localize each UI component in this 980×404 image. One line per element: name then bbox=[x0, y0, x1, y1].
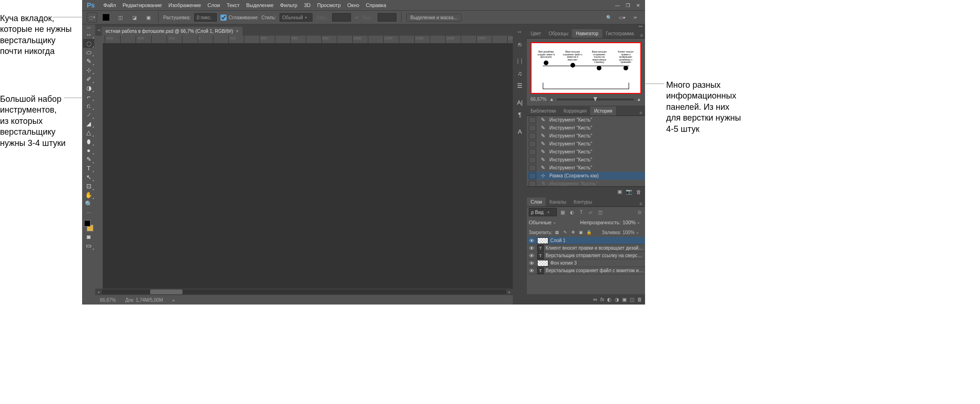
selection-subtract-icon[interactable]: ◪ bbox=[129, 12, 139, 23]
lock-all-icon[interactable]: 🔒 bbox=[586, 230, 593, 235]
selection-intersect-icon[interactable]: ▣ bbox=[143, 12, 153, 23]
workspace-switcher-icon[interactable]: ▭▾ bbox=[617, 12, 627, 23]
search-icon[interactable]: 🔍 bbox=[604, 12, 614, 23]
panel-menu-icon[interactable]: ≡ bbox=[637, 201, 645, 206]
menu-help[interactable]: Справка bbox=[366, 2, 386, 8]
tool-history-brush[interactable]: ⟋ bbox=[83, 110, 94, 119]
tab-paths[interactable]: Контуры bbox=[570, 198, 596, 206]
ruler-vertical[interactable] bbox=[95, 43, 103, 289]
layers-new-icon[interactable]: ◫ bbox=[630, 297, 634, 303]
layer-visibility-icon[interactable]: 👁 bbox=[528, 268, 535, 274]
tab-close-icon[interactable]: × bbox=[236, 29, 239, 34]
menu-file[interactable]: Файл bbox=[103, 2, 116, 8]
lock-transparency-icon[interactable]: ▦ bbox=[554, 230, 561, 235]
window-close-button[interactable]: ✕ bbox=[634, 2, 642, 8]
navigator-preview[interactable]: Веб-дизайнер создает макет в фотошопе Ве… bbox=[531, 42, 641, 94]
menu-filter[interactable]: Фильтр bbox=[280, 2, 297, 8]
toolbox-collapse-icon[interactable]: ◂◂ bbox=[82, 25, 95, 30]
history-snapshot-icon[interactable]: ▣ bbox=[617, 189, 622, 195]
status-doc[interactable]: Док: 1,74M/5,00M bbox=[125, 297, 163, 303]
tool-lasso[interactable]: ⬭ bbox=[83, 48, 94, 57]
tool-gradient[interactable]: △ bbox=[83, 128, 94, 137]
history-camera-icon[interactable]: 📷 bbox=[626, 189, 632, 195]
layer-row[interactable]: 👁TКлиент вносит правки и возвращает диза… bbox=[527, 244, 645, 252]
feather-input[interactable]: 0 пикс. bbox=[194, 13, 217, 22]
panel-icon-character[interactable]: A| bbox=[515, 98, 524, 107]
layers-group-icon[interactable]: ▣ bbox=[622, 297, 627, 303]
expand-icon[interactable]: ≫ bbox=[630, 12, 640, 23]
tab-libraries[interactable]: Библиотеки bbox=[527, 107, 560, 115]
tool-eraser[interactable]: ◢ bbox=[83, 119, 94, 128]
quick-mask-icon[interactable]: ◙ bbox=[83, 232, 94, 241]
menu-select[interactable]: Выделение bbox=[246, 2, 273, 8]
layer-visibility-icon[interactable]: 👁 bbox=[528, 245, 535, 251]
panel-menu-icon[interactable]: ≡ bbox=[638, 33, 646, 38]
layers-adjust-icon[interactable]: ◑ bbox=[615, 297, 619, 303]
tool-stamp[interactable]: ⎌ bbox=[83, 101, 94, 110]
history-item[interactable]: ⊹Рамка (Сохранить как) bbox=[527, 172, 645, 180]
history-item[interactable]: ✎Инструмент "Кисть" bbox=[527, 164, 645, 172]
lock-artboard-icon[interactable]: ▣ bbox=[578, 230, 585, 235]
history-item[interactable]: ✎Инструмент "Кисть" bbox=[527, 180, 645, 186]
panel-icon-3[interactable]: ♫ bbox=[515, 69, 524, 78]
status-zoom[interactable]: 66,67% bbox=[100, 297, 116, 303]
panel-icon-1[interactable]: ⎋ bbox=[515, 39, 524, 49]
tool-dodge[interactable]: ● bbox=[83, 146, 94, 155]
menu-type[interactable]: Текст bbox=[227, 2, 240, 8]
tool-eyedropper[interactable]: ✐ bbox=[83, 75, 94, 84]
scroll-left-icon[interactable]: ◂ bbox=[95, 290, 102, 294]
window-maximize-button[interactable]: ❐ bbox=[623, 2, 632, 8]
tab-navigator[interactable]: Навигатор bbox=[572, 29, 602, 38]
tool-crop[interactable]: ⊹ bbox=[83, 66, 94, 75]
menu-3d[interactable]: 3D bbox=[304, 2, 311, 8]
tab-swatches[interactable]: Образцы bbox=[545, 29, 572, 38]
history-item[interactable]: ✎Инструмент "Кисть" bbox=[527, 132, 645, 140]
tab-adjustments[interactable]: Коррекция bbox=[560, 107, 590, 115]
layer-row[interactable]: 👁TВерстальщик сохраняет файл с макетом и… bbox=[527, 267, 645, 274]
tool-zoom[interactable]: 🔍 bbox=[83, 199, 94, 208]
tool-more[interactable]: ⋯ bbox=[83, 208, 94, 217]
ruler-horizontal[interactable]: -600-400-2000200400600800100012001400160… bbox=[95, 36, 513, 43]
layers-mask-icon[interactable]: ◐ bbox=[607, 297, 612, 303]
tab-history[interactable]: История bbox=[590, 107, 616, 115]
menu-view[interactable]: Просмотр bbox=[317, 2, 341, 8]
filter-pixel-icon[interactable]: ▦ bbox=[559, 210, 566, 215]
horizontal-scrollbar[interactable]: ◂ ▸ bbox=[95, 289, 513, 295]
tool-quick-select[interactable]: ✎ bbox=[83, 57, 94, 66]
panel-menu-icon[interactable]: ≡ bbox=[637, 110, 645, 115]
tab-color[interactable]: Цвет bbox=[527, 29, 545, 38]
zoom-in-icon[interactable]: ▲ bbox=[637, 97, 641, 102]
document-tab[interactable]: естная работа в фотошопе.psd @ 66,7% (Сл… bbox=[102, 27, 243, 36]
panel-icon-glyphs[interactable]: A bbox=[515, 127, 524, 136]
tool-brush[interactable]: ⌐ bbox=[83, 92, 94, 101]
color-swatches[interactable] bbox=[83, 219, 94, 232]
history-trash-icon[interactable]: 🗑 bbox=[636, 189, 641, 195]
screen-mode-icon[interactable]: ▭ bbox=[83, 241, 94, 250]
history-item[interactable]: ✎Инструмент "Кисть" bbox=[527, 156, 645, 164]
filter-adjust-icon[interactable]: ◐ bbox=[568, 210, 576, 215]
tab-layers[interactable]: Слои bbox=[527, 198, 546, 206]
filter-toggle-icon[interactable]: ⊙ bbox=[636, 210, 643, 215]
history-item[interactable]: ✎Инструмент "Кисть" bbox=[527, 116, 645, 124]
panel-icon-4[interactable]: ☰ bbox=[515, 81, 524, 90]
tool-path-select[interactable]: ↖ bbox=[83, 173, 94, 182]
scroll-right-icon[interactable]: ▸ bbox=[506, 290, 513, 294]
style-select[interactable]: Обычный bbox=[280, 13, 312, 22]
history-item[interactable]: ✎Инструмент "Кисть" bbox=[527, 148, 645, 156]
lock-position-icon[interactable]: ✥ bbox=[570, 230, 577, 235]
lock-paint-icon[interactable]: ✎ bbox=[562, 230, 569, 235]
layer-visibility-icon[interactable]: 👁 bbox=[528, 253, 535, 259]
history-item[interactable]: ✎Инструмент "Кисть" bbox=[527, 124, 645, 132]
layer-visibility-icon[interactable]: 👁 bbox=[528, 260, 535, 266]
status-arrow-icon[interactable]: ▸ bbox=[173, 297, 175, 303]
opacity-input[interactable]: 100% bbox=[623, 220, 643, 225]
tool-move[interactable]: ↔ bbox=[83, 30, 94, 39]
selection-add-icon[interactable]: ◫ bbox=[115, 12, 125, 23]
filter-type-icon[interactable]: T bbox=[577, 210, 585, 215]
tab-channels[interactable]: Каналы bbox=[546, 198, 570, 206]
tab-histogram[interactable]: Гистограмма bbox=[602, 29, 638, 38]
menu-edit[interactable]: Редактирование bbox=[122, 2, 162, 8]
layers-fx-icon[interactable]: fx bbox=[600, 297, 604, 302]
filter-shape-icon[interactable]: ▱ bbox=[587, 210, 594, 215]
tool-pen[interactable]: ✎ bbox=[83, 155, 94, 164]
